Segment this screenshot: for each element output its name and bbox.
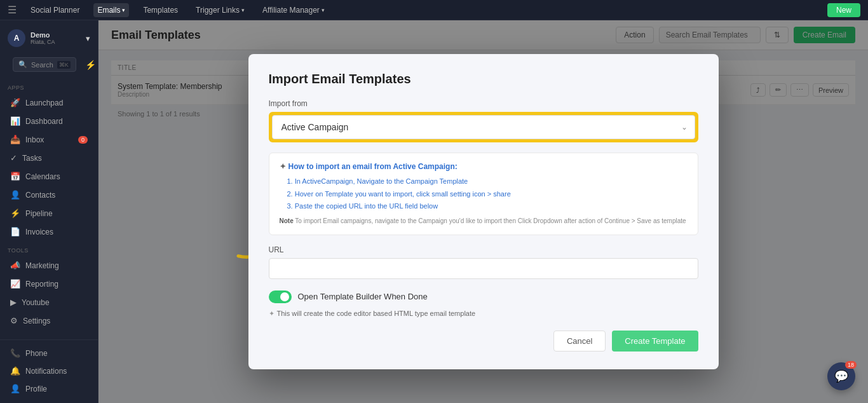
step-2: 2. Hover on Template you want to import,… (287, 189, 688, 200)
toggle-row: Open Template Builder When Done (269, 290, 698, 303)
chevron-down-icon: ▾ (241, 7, 245, 13)
url-label: URL (269, 245, 698, 254)
step-3: 3. Paste the copied URL into the URL fie… (287, 201, 688, 212)
instructions-note: Note To import Email campaigns, navigate… (280, 217, 688, 226)
top-nav: ☰ Social Planner Emails ▾ Templates Trig… (0, 0, 868, 20)
instructions-header: ✦ How to import an email from Active Cam… (280, 162, 688, 171)
chat-widget[interactable]: 💬 18 (827, 362, 855, 390)
sidebar: A Demo Riata, CA ▾ 🔍 Search ⌘K ⚡ Apps 🚀 … (0, 20, 98, 403)
chevron-down-icon: ▾ (322, 7, 325, 13)
sidebar-item-launchpad[interactable]: 🚀 Launchpad (3, 94, 95, 111)
toggle-subtitle: ✦ This will create the code editor based… (269, 310, 698, 318)
import-from-select[interactable]: Active Campaign Mailchimp HubSpot Other (272, 115, 695, 139)
nav-affiliate-manager[interactable]: Affiliate Manager ▾ (259, 3, 329, 17)
search-icon: 🔍 (18, 60, 27, 69)
toggle-label: Open Template Builder When Done (298, 292, 428, 301)
main-content: Email Templates Action ⇅ Create Email Ti… (98, 20, 868, 403)
sidebar-item-contacts[interactable]: 👤 Contacts (3, 186, 95, 203)
sidebar-item-pipeline[interactable]: ⚡ Pipeline (3, 205, 95, 222)
sidebar-item-dashboard[interactable]: 📊 Dashboard (3, 113, 95, 130)
sidebar-item-inbox[interactable]: 📥 Inbox 0 (3, 131, 95, 148)
step-1: 1. In ActiveCampaign, Navigate to the Ca… (287, 176, 688, 187)
app-layout: A Demo Riata, CA ▾ 🔍 Search ⌘K ⚡ Apps 🚀 … (0, 20, 868, 403)
open-builder-toggle[interactable] (269, 290, 292, 303)
modal-footer: Cancel Create Template (269, 331, 698, 352)
notifications-icon: 🔔 (10, 366, 20, 376)
account-name: Demo (31, 31, 81, 39)
top-create-button[interactable]: New (827, 3, 860, 17)
account-switcher[interactable]: A Demo Riata, CA ▾ (0, 25, 98, 51)
sidebar-item-youtube[interactable]: ▶ Youtube (3, 294, 95, 311)
import-from-label: Import from (269, 99, 698, 108)
chat-badge: 18 (845, 361, 857, 369)
sidebar-item-profile[interactable]: 👤 Profile (3, 380, 95, 397)
avatar: A (8, 29, 25, 47)
create-template-button[interactable]: Create Template (612, 331, 698, 352)
cancel-button[interactable]: Cancel (553, 331, 606, 352)
url-input[interactable] (269, 258, 698, 279)
search-shortcut: ⌘K (57, 61, 71, 69)
inbox-icon: 📥 (10, 135, 20, 144)
sidebar-item-calendars[interactable]: 📅 Calendars (3, 168, 95, 185)
nav-trigger-links[interactable]: Trigger Links ▾ (192, 3, 248, 17)
modal-overlay[interactable]: Import Email Templates Import from Activ… (98, 20, 868, 403)
contacts-icon: 👤 (10, 190, 20, 200)
invoices-icon: 📄 (10, 227, 20, 236)
search-input[interactable]: 🔍 Search ⌘K (13, 57, 76, 72)
pipeline-icon: ⚡ (10, 208, 20, 218)
sidebar-item-marketing[interactable]: 📣 Marketing (3, 257, 95, 274)
nav-social-planner[interactable]: Social Planner (27, 3, 83, 17)
sidebar-item-invoices[interactable]: 📄 Invoices (3, 223, 95, 240)
nav-emails[interactable]: Emails ▾ (93, 3, 129, 17)
marketing-icon: 📣 (10, 261, 20, 270)
sidebar-item-phone[interactable]: 📞 Phone (3, 345, 95, 362)
lightning-icon[interactable]: ⚡ (85, 60, 96, 70)
import-from-select-wrapper: Active Campaign Mailchimp HubSpot Other … (269, 112, 698, 142)
inbox-badge: 0 (78, 136, 88, 144)
account-location: Riata, CA (31, 39, 81, 45)
chevron-down-icon: ▾ (86, 34, 90, 43)
modal-title: Import Email Templates (269, 72, 698, 86)
sidebar-item-notifications[interactable]: 🔔 Notifications (3, 362, 95, 379)
sidebar-item-tasks[interactable]: ✓ Tasks (3, 149, 95, 167)
chevron-down-icon: ▾ (122, 7, 125, 13)
sidebar-item-settings[interactable]: ⚙ Settings (3, 312, 95, 329)
calendars-icon: 📅 (10, 172, 20, 181)
tools-section-label: Tools (0, 241, 98, 256)
nav-templates[interactable]: Templates (139, 3, 182, 17)
phone-icon: 📞 (10, 348, 20, 358)
star-icon: ✦ (280, 162, 286, 171)
launchpad-icon: 🚀 (10, 98, 20, 107)
sidebar-item-reporting[interactable]: 📈 Reporting (3, 275, 95, 292)
import-modal: Import Email Templates Import from Activ… (248, 54, 719, 369)
star-icon: ✦ (269, 310, 275, 318)
settings-icon: ⚙ (10, 316, 18, 325)
dashboard-icon: 📊 (10, 116, 20, 126)
profile-icon: 👤 (10, 384, 20, 393)
youtube-icon: ▶ (10, 297, 17, 307)
reporting-icon: 📈 (10, 279, 20, 289)
chat-icon: 💬 (834, 369, 848, 383)
apps-section-label: Apps (0, 78, 98, 93)
instructions-box: ✦ How to import an email from Active Cam… (269, 153, 698, 235)
tasks-icon: ✓ (10, 153, 17, 163)
hamburger-icon[interactable]: ☰ (8, 4, 17, 16)
